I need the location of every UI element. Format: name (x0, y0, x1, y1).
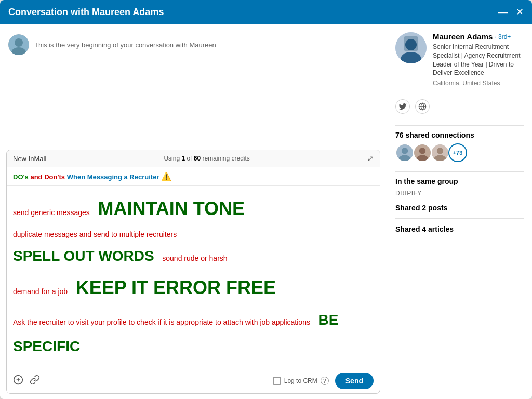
profile-avatar (395, 32, 427, 63)
message-line-3: SPELL OUT WORDS sound rude or harsh (13, 243, 374, 269)
log-crm-help[interactable]: ? (321, 377, 329, 385)
degree-badge: · 3rd+ (495, 33, 511, 41)
message-line-4: demand for a job KEEP IT ERROR FREE (13, 271, 374, 305)
donts-label: and Don'ts (29, 173, 65, 181)
expand-icon[interactable]: ⤢ (367, 154, 374, 163)
window-controls: — ✕ (498, 7, 524, 17)
attachment-icon[interactable] (13, 375, 23, 388)
dos-donts-banner: DO's and Don'ts When Messaging a Recruit… (7, 167, 380, 186)
minimize-button[interactable]: — (498, 7, 508, 17)
shared-posts: Shared 2 posts (395, 197, 524, 218)
dont-demand: demand for a job (13, 287, 68, 296)
shared-connections-avatars: +73 (395, 143, 524, 162)
twitter-icon[interactable] (395, 99, 410, 114)
inmail-label: New InMail (13, 155, 46, 163)
link-icon[interactable] (30, 375, 40, 388)
inmail-credits: Using 1 of 60 remaining credits (164, 155, 249, 162)
connection-avatar-1 (395, 143, 414, 162)
do-spell-out: SPELL OUT WORDS (13, 248, 154, 264)
svg-point-14 (419, 148, 425, 154)
profile-name: Maureen Adams (433, 32, 493, 41)
svg-point-1 (15, 38, 23, 47)
globe-icon[interactable] (415, 99, 430, 114)
connections-more-count[interactable]: +73 (448, 143, 467, 162)
profile-headline: Senior Internal Recruitment Specialist |… (433, 43, 524, 77)
divider-1 (395, 125, 524, 126)
divider-2 (395, 171, 524, 172)
shared-connections-title: 76 shared connections (395, 131, 524, 139)
log-crm-checkbox[interactable] (273, 377, 281, 385)
compose-toolbar: Log to CRM ? Send (7, 368, 380, 393)
close-button[interactable]: ✕ (516, 7, 524, 17)
shared-articles: Shared 4 articles (395, 218, 524, 240)
profile-info: Maureen Adams · 3rd+ Senior Internal Rec… (433, 32, 524, 87)
dont-send-generic: send generic messages (13, 208, 90, 217)
same-group-title: In the same group (395, 177, 524, 185)
social-icons (395, 99, 524, 114)
window-title: Conversation with Maureen Adams (8, 7, 164, 18)
svg-point-11 (402, 148, 408, 154)
profile-name-row: Maureen Adams · 3rd+ (433, 32, 524, 41)
main-content: This is the very beginning of your conve… (0, 24, 532, 399)
message-line-1: send generic messages MAINTAIN TONE (13, 192, 374, 226)
credits-total: 60 (194, 155, 201, 162)
do-maintain-tone: MAINTAIN TONE (98, 198, 245, 219)
profile-section: Maureen Adams · 3rd+ Senior Internal Rec… (395, 32, 524, 87)
conversation-start-text: This is the very beginning of your conve… (34, 41, 216, 49)
svg-rect-7 (404, 36, 418, 51)
main-window: Conversation with Maureen Adams — ✕ This… (0, 0, 532, 399)
dont-rude: sound rude or harsh (162, 254, 227, 262)
inmail-compose: New InMail Using 1 of 60 remaining credi… (6, 150, 380, 394)
user-avatar (8, 34, 29, 55)
dos-donts-title: When Messaging a Recruiter (65, 173, 159, 181)
credits-used: 1 (181, 155, 185, 162)
message-body[interactable]: send generic messages MAINTAIN TONE dupl… (7, 186, 380, 368)
conversation-area: This is the very beginning of your conve… (0, 24, 387, 150)
connection-avatar-2 (413, 143, 432, 162)
message-line-2: duplicate messages and send to multiple … (13, 228, 374, 241)
svg-point-17 (437, 148, 443, 154)
dont-visit-profile: Ask the recruiter to visit your profile … (13, 318, 310, 326)
inmail-header: New InMail Using 1 of 60 remaining credi… (7, 150, 380, 167)
do-error-free: KEEP IT ERROR FREE (76, 277, 276, 298)
profile-location: California, United States (433, 79, 524, 87)
log-crm-section: Log to CRM ? (273, 377, 329, 385)
left-panel: This is the very beginning of your conve… (0, 24, 387, 399)
dont-duplicate: duplicate messages and send to multiple … (13, 230, 177, 238)
right-panel: Maureen Adams · 3rd+ Senior Internal Rec… (387, 24, 532, 399)
message-line-5: Ask the recruiter to visit your profile … (13, 307, 374, 360)
warning-icon: ⚠️ (161, 172, 171, 181)
titlebar: Conversation with Maureen Adams — ✕ (0, 0, 532, 24)
dos-label: DO's (13, 173, 29, 181)
conversation-start: This is the very beginning of your conve… (8, 34, 378, 55)
send-button[interactable]: Send (335, 373, 374, 389)
group-name: DRIPIFY (395, 190, 524, 197)
log-crm-label: Log to CRM (284, 377, 317, 384)
connection-avatar-3 (431, 143, 449, 162)
